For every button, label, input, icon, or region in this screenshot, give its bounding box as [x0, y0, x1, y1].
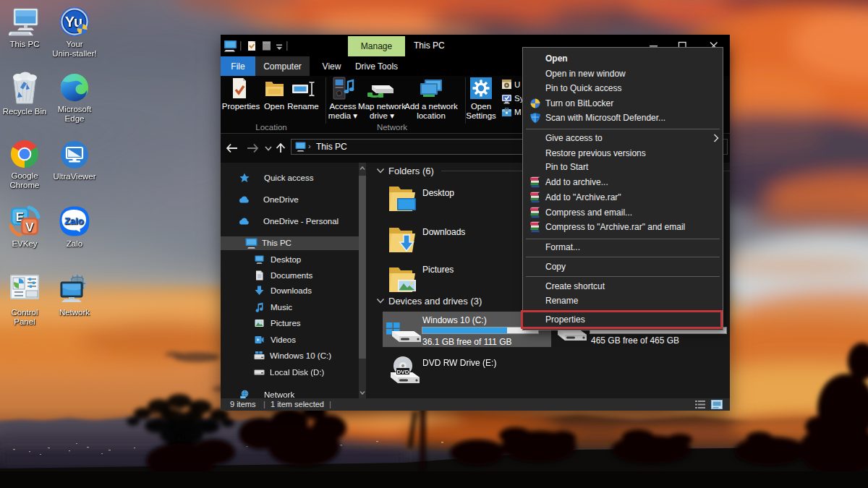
svg-text:V: V — [25, 221, 34, 234]
svg-text:Zalo: Zalo — [64, 215, 84, 226]
svg-text:DVD: DVD — [397, 369, 409, 375]
